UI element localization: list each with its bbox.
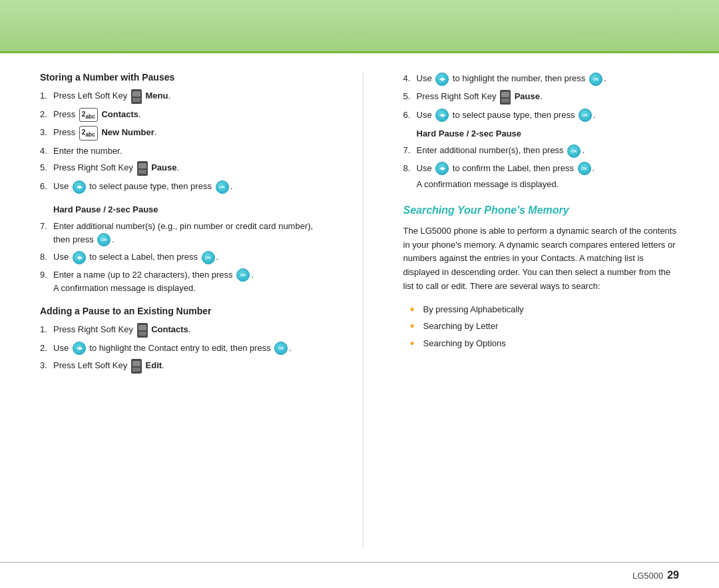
adding-step3-bold: Edit [146,361,162,371]
adding-steps-list: Press Right Soft Key Contacts. Use to hi… [40,323,316,374]
searching-section-title: Searching Your Phone's Memory [403,204,680,216]
step1-bold: Menu [146,91,168,101]
bullet-options: Searching by Options [410,337,680,350]
2abc-icon-1: 2abc [79,108,98,122]
nav-icon-5 [435,109,449,122]
right-step5-bold: Pause [515,91,540,101]
ok-icon-6 [589,73,602,86]
adding-step-3: Press Left Soft Key Edit. [40,359,316,374]
ok-icon-4 [236,268,250,282]
storing-step-8: Use to select a Label, then press . [40,250,316,264]
page-wrapper: Storing a Number with Pauses Press Left … [0,0,719,588]
storing-step-6: Use to select pause type, then press . [40,180,316,194]
ok-icon-1 [216,180,229,194]
page-footer: LG5000 29 [0,562,719,588]
left-column: Storing a Number with Pauses Press Left … [40,72,330,549]
right-step-4: Use to highlight the number, then press … [403,72,680,86]
top-banner [0,0,719,53]
ok-icon-2 [97,233,111,246]
right-steps-list: Use to highlight the number, then press … [403,72,680,122]
bullet-alphabetically: By pressing Alphabetically [410,303,680,316]
right-confirmation: A confirmation message is displayed. [417,175,680,191]
column-divider [363,72,363,549]
footer-page: 29 [667,569,679,581]
2abc-icon-2: 2abc [79,126,98,140]
step5-bold: Pause [151,163,176,173]
hard-pause-title-1: Hard Pause / 2-sec Pause [40,204,316,214]
step2-bold: Contacts [101,109,138,119]
section-storing-title: Storing a Number with Pauses [40,72,316,83]
adding-step-1: Press Right Soft Key Contacts. [40,323,316,338]
searching-body-text: The LG5000 phone is able to perform a dy… [403,224,680,294]
storing-steps-list: Press Left Soft Key Menu. Press 2abc Con… [40,89,316,194]
section-storing: Storing a Number with Pauses Press Left … [40,72,316,295]
right-step-6: Use to select pause type, then press . [403,109,680,123]
right-step-7: Enter additional number(s), then press . [403,144,680,158]
searching-bullets: By pressing Alphabetically Searching by … [403,303,680,350]
soft-key-icon-1 [131,89,142,104]
adding-step1-bold: Contacts [151,324,188,334]
right-column: Use to highlight the number, then press … [397,72,680,549]
ok-icon-3 [202,251,215,264]
hard-pause-title-2: Hard Pause / 2-sec Pause [403,129,680,139]
storing-step-2: Press 2abc Contacts. [40,108,316,122]
nav-icon-2 [73,251,86,264]
bullet-letter: Searching by Letter [410,320,680,333]
soft-key-icon-5 [500,90,511,105]
main-content: Storing a Number with Pauses Press Left … [0,53,719,562]
right-step-8: Use to confirm the Label, then press . A… [403,162,680,191]
storing-step-3: Press 2abc New Number. [40,126,316,140]
right-steps-list-2: Enter additional number(s), then press .… [403,144,680,191]
soft-key-icon-2 [137,161,148,176]
nav-icon-1 [73,180,86,194]
storing-step-4: Enter the number. [40,145,316,158]
storing-step-5: Press Right Soft Key Pause. [40,161,316,176]
storing-step-1: Press Left Soft Key Menu. [40,89,316,104]
adding-step-2: Use to highlight the Contact entry to ed… [40,342,316,356]
storing-step-9: Enter a name (up to 22 characters), then… [40,268,316,295]
nav-icon-6 [435,162,449,175]
storing-step-7: Enter additional number(s) (e.g., pin nu… [40,220,316,246]
storing-confirmation-1: A confirmation message is displayed. [53,282,316,295]
ok-icon-7 [579,109,592,122]
soft-key-icon-4 [131,359,142,374]
step3-bold: New Number [101,128,154,138]
section-adding: Adding a Pause to an Existing Number Pre… [40,306,316,374]
storing-steps-list-2: Enter additional number(s) (e.g., pin nu… [40,220,316,295]
ok-icon-9 [578,162,591,175]
nav-icon-3 [73,342,86,355]
ok-icon-5 [274,342,288,355]
nav-icon-4 [435,73,449,86]
soft-key-icon-3 [137,323,148,338]
ok-icon-8 [567,145,581,158]
right-step-5: Press Right Soft Key Pause. [403,90,680,105]
section-searching: Searching Your Phone's Memory The LG5000… [403,204,680,350]
section-adding-title: Adding a Pause to an Existing Number [40,306,316,316]
footer-model: LG5000 [632,571,663,581]
